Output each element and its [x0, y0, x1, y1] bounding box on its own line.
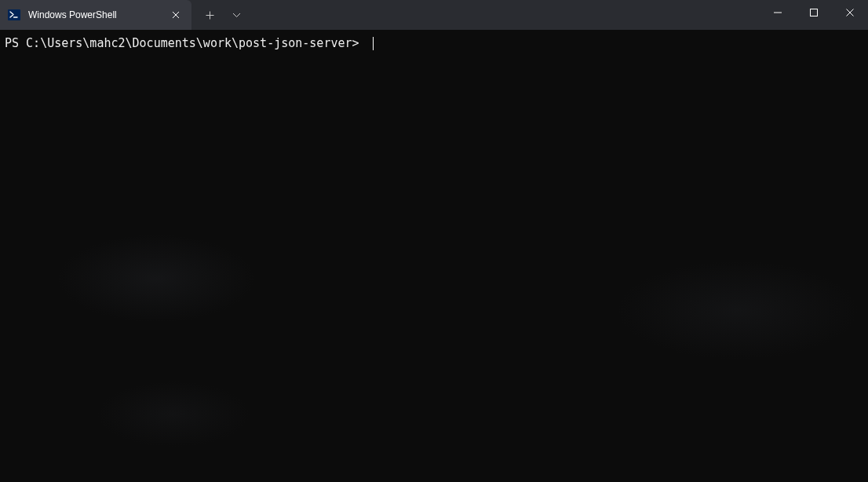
text-cursor: [373, 37, 374, 50]
window-controls: [760, 0, 868, 25]
prompt-line: PS C:\Users\mahc2\Documents\work\post-js…: [5, 36, 863, 51]
close-tab-button[interactable]: [168, 7, 184, 23]
chevron-down-icon: [232, 13, 241, 18]
titlebar: Windows PowerShell: [0, 0, 868, 30]
close-icon: [172, 11, 180, 19]
close-window-button[interactable]: [832, 0, 868, 25]
svg-rect-0: [8, 9, 20, 20]
tab-title: Windows PowerShell: [28, 9, 168, 20]
maximize-button[interactable]: [796, 0, 832, 25]
svg-rect-7: [811, 9, 818, 16]
minimize-icon: [774, 9, 782, 16]
close-icon: [846, 9, 854, 16]
minimize-button[interactable]: [760, 0, 796, 25]
powershell-icon: [8, 9, 20, 21]
plus-icon: [206, 11, 214, 20]
terminal-area[interactable]: PS C:\Users\mahc2\Documents\work\post-js…: [0, 30, 868, 482]
tab-actions: [191, 0, 250, 30]
prompt-text: PS C:\Users\mahc2\Documents\work\post-js…: [5, 36, 367, 51]
maximize-icon: [810, 9, 818, 16]
tab-dropdown-button[interactable]: [223, 0, 250, 30]
tab-powershell[interactable]: Windows PowerShell: [0, 0, 191, 30]
new-tab-button[interactable]: [196, 0, 223, 30]
